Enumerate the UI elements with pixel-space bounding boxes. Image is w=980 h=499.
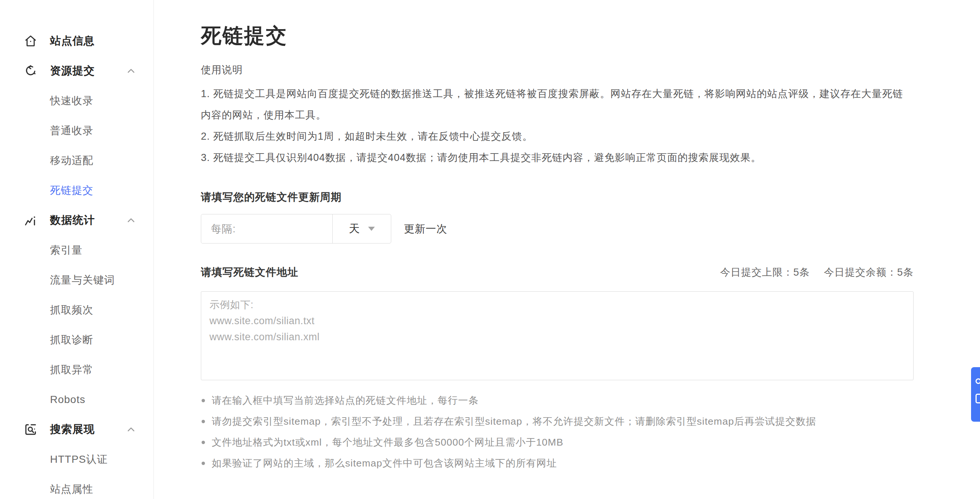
sidebar-item-label: 索引量 (50, 243, 83, 257)
sidebar-item-label: 流量与关键词 (50, 273, 115, 287)
feedback-icon (975, 394, 980, 403)
instruction-line: 2. 死链抓取后生效时间为1周，如超时未生效，请在反馈中心提交反馈。 (201, 126, 913, 147)
instruction-line: 3. 死链提交工具仅识别404数据，请提交404数据；请勿使用本工具提交非死链内… (201, 147, 913, 169)
sidebar-item-mobile-adaptation[interactable]: 移动适配 (0, 146, 153, 175)
bullet-dot-icon (202, 399, 205, 402)
sidebar-item-dead-link-submit-active[interactable]: 死链提交 (0, 175, 153, 206)
sidebar-item-label: 死链提交 (50, 183, 93, 198)
line-chart-icon (23, 213, 38, 228)
quota-remaining: 今日提交余额：5条 (824, 266, 913, 279)
sidebar-item-label: 站点属性 (50, 482, 93, 496)
resource-submit-icon (23, 64, 38, 78)
interval-input[interactable] (201, 214, 332, 243)
update-period-suffix: 更新一次 (404, 222, 447, 236)
sidebar-item-label: 搜索展现 (50, 422, 95, 437)
sidebar-item-label: 抓取异常 (50, 363, 93, 377)
sidebar-item-label: HTTPS认证 (50, 452, 108, 467)
sidebar-item-label: Robots (50, 394, 86, 406)
note-text: 请在输入框中填写当前选择站点的死链文件地址，每行一条 (212, 390, 479, 411)
sidebar-item-label: 站点信息 (50, 33, 95, 49)
chevron-up-icon[interactable] (126, 215, 136, 226)
feedback-tab[interactable] (971, 367, 980, 422)
search-display-icon (23, 422, 38, 437)
note-item: 请在输入框中填写当前选择站点的死链文件地址，每行一条 (201, 390, 913, 411)
sidebar-item-site-info[interactable]: 站点信息 (0, 26, 153, 56)
sidebar-item-quick-inclusion[interactable]: 快速收录 (0, 86, 153, 116)
sidebar-item-label: 抓取频次 (50, 303, 93, 317)
note-item: 如果验证了网站的主域，那么sitemap文件中可包含该网站主域下的所有网址 (201, 453, 913, 473)
update-period-row: 天 更新一次 (201, 214, 913, 244)
bullet-dot-icon (202, 441, 205, 444)
sidebar-item-resource-submit[interactable]: 资源提交 (0, 56, 153, 86)
note-text: 请勿提交索引型sitemap，索引型不予处理，且若存在索引型sitemap，将不… (212, 411, 816, 432)
sidebar-item-label: 抓取诊断 (50, 333, 93, 347)
note-item: 文件地址格式为txt或xml，每个地址文件最多包含50000个网址且需小于10M… (201, 432, 913, 453)
quota-limit: 今日提交上限：5条 (720, 266, 810, 279)
sidebar: 站点信息 资源提交 快速收录 普通收录 移动适配 (0, 0, 154, 499)
sidebar-item-traffic-keywords[interactable]: 流量与关键词 (0, 265, 153, 295)
update-period-label: 请填写您的死链文件更新周期 (201, 190, 913, 204)
sidebar-item-https-cert[interactable]: HTTPS认证 (0, 445, 153, 474)
sidebar-item-index-volume[interactable]: 索引量 (0, 235, 153, 265)
notes-list: 请在输入框中填写当前选择站点的死链文件地址，每行一条 请勿提交索引型sitema… (201, 390, 913, 473)
caret-down-icon (368, 227, 375, 231)
note-text: 文件地址格式为txt或xml，每个地址文件最多包含50000个网址且需小于10M… (212, 432, 563, 453)
bullet-dot-icon (202, 420, 205, 423)
dead-link-file-textarea[interactable] (201, 291, 913, 380)
usage-heading: 使用说明 (201, 63, 913, 77)
main-content: 死链提交 使用说明 1. 死链提交工具是网站向百度提交死链的数据推送工具，被推送… (154, 0, 980, 499)
sidebar-item-normal-inclusion[interactable]: 普通收录 (0, 116, 153, 146)
update-period-control: 天 (201, 214, 391, 244)
note-text: 如果验证了网站的主域，那么sitemap文件中可包含该网站主域下的所有网址 (212, 453, 557, 473)
home-icon (23, 33, 38, 49)
file-address-label: 请填写死链文件地址 (201, 265, 298, 279)
quota-info: 今日提交上限：5条 今日提交余额：5条 (720, 266, 913, 279)
unit-dropdown-value: 天 (349, 222, 360, 236)
bullet-dot-icon (202, 462, 205, 465)
sidebar-item-label: 普通收录 (50, 124, 93, 138)
sidebar-item-label: 移动适配 (50, 153, 93, 168)
usage-instructions: 1. 死链提交工具是网站向百度提交死链的数据推送工具，被推送死链将被百度搜索屏蔽… (201, 83, 913, 169)
dead-link-submission-page: 站点信息 资源提交 快速收录 普通收录 移动适配 (0, 0, 980, 499)
sidebar-item-crawl-frequency[interactable]: 抓取频次 (0, 295, 153, 325)
sidebar-item-data-statistics[interactable]: 数据统计 (0, 206, 153, 235)
sidebar-item-search-display[interactable]: 搜索展现 (0, 415, 153, 445)
sidebar-item-crawl-diagnosis[interactable]: 抓取诊断 (0, 325, 153, 355)
page-title: 死链提交 (201, 22, 913, 49)
unit-dropdown[interactable]: 天 (332, 214, 391, 243)
chevron-up-icon[interactable] (126, 424, 136, 435)
sidebar-item-label: 资源提交 (50, 64, 95, 78)
feedback-icon (975, 378, 980, 384)
sidebar-item-robots[interactable]: Robots (0, 385, 153, 415)
sidebar-item-site-properties[interactable]: 站点属性 (0, 474, 153, 499)
file-address-header-row: 请填写死链文件地址 今日提交上限：5条 今日提交余额：5条 (201, 265, 913, 279)
sidebar-item-label: 快速收录 (50, 94, 93, 108)
note-item: 请勿提交索引型sitemap，索引型不予处理，且若存在索引型sitemap，将不… (201, 411, 913, 432)
sidebar-item-label: 数据统计 (50, 213, 95, 228)
chevron-up-icon[interactable] (126, 66, 136, 76)
sidebar-item-crawl-exception[interactable]: 抓取异常 (0, 355, 153, 385)
instruction-line: 1. 死链提交工具是网站向百度提交死链的数据推送工具，被推送死链将被百度搜索屏蔽… (201, 83, 913, 126)
